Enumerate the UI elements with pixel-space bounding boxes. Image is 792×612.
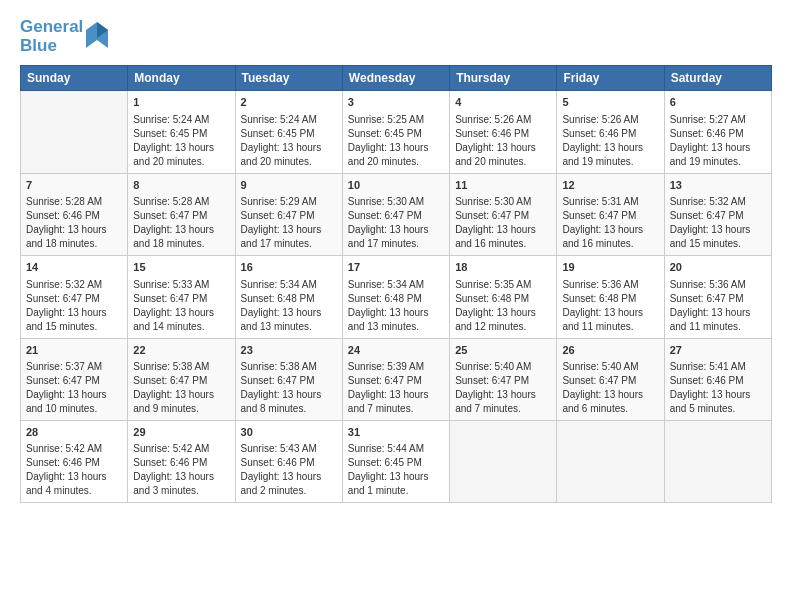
- day-info: Sunset: 6:47 PM: [670, 292, 766, 306]
- day-info: Sunset: 6:48 PM: [348, 292, 444, 306]
- day-info: and 18 minutes.: [26, 237, 122, 251]
- day-info: and 17 minutes.: [348, 237, 444, 251]
- day-info: and 20 minutes.: [348, 155, 444, 169]
- weekday-header-row: SundayMondayTuesdayWednesdayThursdayFrid…: [21, 66, 772, 91]
- day-info: and 11 minutes.: [562, 320, 658, 334]
- day-info: Sunset: 6:46 PM: [241, 456, 337, 470]
- calendar-cell: 26Sunrise: 5:40 AMSunset: 6:47 PMDayligh…: [557, 338, 664, 420]
- logo-line1: General: [20, 18, 83, 37]
- day-number: 30: [241, 425, 337, 440]
- calendar-cell: [450, 420, 557, 502]
- day-info: Sunset: 6:47 PM: [241, 209, 337, 223]
- day-number: 17: [348, 260, 444, 275]
- day-info: Sunset: 6:47 PM: [562, 374, 658, 388]
- day-info: Sunset: 6:45 PM: [348, 456, 444, 470]
- day-number: 4: [455, 95, 551, 110]
- day-number: 2: [241, 95, 337, 110]
- day-info: Sunrise: 5:32 AM: [26, 278, 122, 292]
- weekday-header-saturday: Saturday: [664, 66, 771, 91]
- day-info: Sunrise: 5:38 AM: [133, 360, 229, 374]
- day-info: and 19 minutes.: [562, 155, 658, 169]
- day-info: Daylight: 13 hours: [455, 223, 551, 237]
- weekday-header-thursday: Thursday: [450, 66, 557, 91]
- week-row-0: 1Sunrise: 5:24 AMSunset: 6:45 PMDaylight…: [21, 91, 772, 173]
- day-info: Daylight: 13 hours: [562, 223, 658, 237]
- day-info: Daylight: 13 hours: [241, 306, 337, 320]
- day-info: Daylight: 13 hours: [26, 388, 122, 402]
- day-info: and 1 minute.: [348, 484, 444, 498]
- day-info: Sunset: 6:47 PM: [348, 209, 444, 223]
- weekday-header-wednesday: Wednesday: [342, 66, 449, 91]
- calendar-cell: 13Sunrise: 5:32 AMSunset: 6:47 PMDayligh…: [664, 173, 771, 255]
- calendar-cell: 24Sunrise: 5:39 AMSunset: 6:47 PMDayligh…: [342, 338, 449, 420]
- calendar-cell: 17Sunrise: 5:34 AMSunset: 6:48 PMDayligh…: [342, 256, 449, 338]
- day-number: 16: [241, 260, 337, 275]
- calendar-cell: 10Sunrise: 5:30 AMSunset: 6:47 PMDayligh…: [342, 173, 449, 255]
- day-number: 5: [562, 95, 658, 110]
- calendar-cell: 7Sunrise: 5:28 AMSunset: 6:46 PMDaylight…: [21, 173, 128, 255]
- weekday-header-tuesday: Tuesday: [235, 66, 342, 91]
- day-number: 6: [670, 95, 766, 110]
- day-info: Sunrise: 5:36 AM: [562, 278, 658, 292]
- calendar-cell: 27Sunrise: 5:41 AMSunset: 6:46 PMDayligh…: [664, 338, 771, 420]
- day-info: and 5 minutes.: [670, 402, 766, 416]
- day-number: 8: [133, 178, 229, 193]
- calendar-cell: 1Sunrise: 5:24 AMSunset: 6:45 PMDaylight…: [128, 91, 235, 173]
- calendar-cell: 14Sunrise: 5:32 AMSunset: 6:47 PMDayligh…: [21, 256, 128, 338]
- day-info: Sunrise: 5:41 AM: [670, 360, 766, 374]
- day-info: Daylight: 13 hours: [133, 306, 229, 320]
- day-number: 29: [133, 425, 229, 440]
- day-info: Daylight: 13 hours: [241, 470, 337, 484]
- logo-line2: Blue: [20, 37, 83, 56]
- day-info: Daylight: 13 hours: [348, 306, 444, 320]
- day-info: and 16 minutes.: [455, 237, 551, 251]
- day-number: 1: [133, 95, 229, 110]
- day-info: Daylight: 13 hours: [670, 223, 766, 237]
- day-info: and 7 minutes.: [348, 402, 444, 416]
- day-info: Sunset: 6:46 PM: [562, 127, 658, 141]
- page-container: General Blue SundayMondayTuesdayWednesda…: [0, 0, 792, 513]
- day-info: Daylight: 13 hours: [348, 470, 444, 484]
- calendar-cell: 21Sunrise: 5:37 AMSunset: 6:47 PMDayligh…: [21, 338, 128, 420]
- calendar-cell: 5Sunrise: 5:26 AMSunset: 6:46 PMDaylight…: [557, 91, 664, 173]
- day-info: Sunrise: 5:33 AM: [133, 278, 229, 292]
- day-info: Sunset: 6:47 PM: [455, 374, 551, 388]
- day-number: 22: [133, 343, 229, 358]
- day-info: and 3 minutes.: [133, 484, 229, 498]
- calendar-cell: 2Sunrise: 5:24 AMSunset: 6:45 PMDaylight…: [235, 91, 342, 173]
- day-info: Sunrise: 5:26 AM: [562, 113, 658, 127]
- day-info: Daylight: 13 hours: [348, 141, 444, 155]
- day-info: Sunset: 6:47 PM: [562, 209, 658, 223]
- day-info: and 13 minutes.: [348, 320, 444, 334]
- calendar-cell: [21, 91, 128, 173]
- day-info: Sunset: 6:46 PM: [26, 209, 122, 223]
- week-row-4: 28Sunrise: 5:42 AMSunset: 6:46 PMDayligh…: [21, 420, 772, 502]
- weekday-header-monday: Monday: [128, 66, 235, 91]
- day-info: Daylight: 13 hours: [26, 223, 122, 237]
- day-number: 27: [670, 343, 766, 358]
- calendar-cell: 16Sunrise: 5:34 AMSunset: 6:48 PMDayligh…: [235, 256, 342, 338]
- day-number: 26: [562, 343, 658, 358]
- day-info: and 8 minutes.: [241, 402, 337, 416]
- day-info: Daylight: 13 hours: [562, 141, 658, 155]
- day-info: Sunset: 6:47 PM: [26, 292, 122, 306]
- calendar-table: SundayMondayTuesdayWednesdayThursdayFrid…: [20, 65, 772, 503]
- day-info: Sunrise: 5:42 AM: [26, 442, 122, 456]
- weekday-header-friday: Friday: [557, 66, 664, 91]
- day-info: Sunrise: 5:31 AM: [562, 195, 658, 209]
- day-info: Daylight: 13 hours: [241, 388, 337, 402]
- day-info: Sunset: 6:48 PM: [455, 292, 551, 306]
- day-info: Sunrise: 5:27 AM: [670, 113, 766, 127]
- day-info: Sunrise: 5:37 AM: [26, 360, 122, 374]
- day-number: 31: [348, 425, 444, 440]
- day-info: Sunset: 6:48 PM: [241, 292, 337, 306]
- day-info: Sunrise: 5:25 AM: [348, 113, 444, 127]
- day-info: Sunrise: 5:28 AM: [26, 195, 122, 209]
- day-info: Sunrise: 5:35 AM: [455, 278, 551, 292]
- calendar-cell: 4Sunrise: 5:26 AMSunset: 6:46 PMDaylight…: [450, 91, 557, 173]
- day-info: Sunset: 6:47 PM: [26, 374, 122, 388]
- day-info: Sunset: 6:46 PM: [670, 127, 766, 141]
- day-info: Sunset: 6:46 PM: [455, 127, 551, 141]
- week-row-3: 21Sunrise: 5:37 AMSunset: 6:47 PMDayligh…: [21, 338, 772, 420]
- calendar-cell: 30Sunrise: 5:43 AMSunset: 6:46 PMDayligh…: [235, 420, 342, 502]
